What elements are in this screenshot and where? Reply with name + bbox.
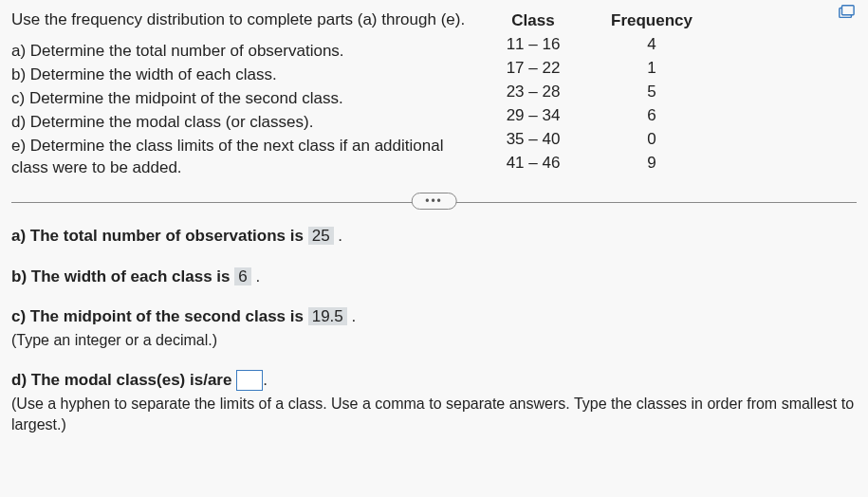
class-cell: 35 – 40 <box>486 128 581 152</box>
class-cell: 41 – 46 <box>486 152 581 175</box>
answer-b-value: 6 <box>234 267 250 285</box>
popup-icon[interactable] <box>836 4 857 21</box>
answer-c-post: . <box>347 307 356 325</box>
freq-cell: 5 <box>581 81 723 104</box>
answer-a: a) The total number of observations is 2… <box>11 226 857 248</box>
svg-rect-1 <box>842 6 855 15</box>
part-a-prompt: a) Determine the total number of observa… <box>11 41 467 63</box>
answer-d-text: d) The modal class(es) is/are <box>11 371 236 389</box>
answer-d-hint: (Use a hyphen to separate the limits of … <box>11 394 857 434</box>
freq-cell: 1 <box>581 57 723 81</box>
answer-d-post: . <box>263 371 268 389</box>
answer-b-text: b) The width of each class is <box>11 267 234 285</box>
answer-c-text: c) The midpoint of the second class is <box>11 307 308 325</box>
class-cell: 11 – 16 <box>486 33 581 57</box>
answer-b-post: . <box>251 267 260 285</box>
freq-cell: 6 <box>581 104 723 128</box>
part-e-prompt: e) Determine the class limits of the nex… <box>11 136 467 179</box>
part-c-prompt: c) Determine the midpoint of the second … <box>11 88 467 110</box>
table-row: 11 – 164 <box>486 33 723 57</box>
answer-c: c) The midpoint of the second class is 1… <box>11 306 857 351</box>
answer-c-value: 19.5 <box>308 307 347 325</box>
freq-cell: 4 <box>581 33 723 57</box>
table-header-class: Class <box>486 9 581 33</box>
table-header-frequency: Frequency <box>581 9 723 33</box>
question-intro: Use the frequency distribution to comple… <box>11 9 467 31</box>
answer-a-value: 25 <box>308 227 334 245</box>
table-row: 17 – 221 <box>486 57 723 81</box>
table-row: 41 – 469 <box>486 152 723 175</box>
class-cell: 17 – 22 <box>486 57 581 81</box>
class-cell: 23 – 28 <box>486 81 581 104</box>
part-d-prompt: d) Determine the modal class (or classes… <box>11 112 467 134</box>
table-row: 23 – 285 <box>486 81 723 104</box>
frequency-table: Class Frequency 11 – 164 17 – 221 23 – 2… <box>486 9 723 175</box>
answer-d: d) The modal class(es) is/are . (Use a h… <box>11 370 857 434</box>
expand-button[interactable]: ••• <box>411 193 457 210</box>
answer-a-post: . <box>334 227 342 245</box>
answer-d-input[interactable] <box>236 370 263 391</box>
part-b-prompt: b) Determine the width of each class. <box>11 64 467 86</box>
class-cell: 29 – 34 <box>486 104 581 128</box>
answer-b: b) The width of each class is 6 . <box>11 267 857 288</box>
table-row: 29 – 346 <box>486 104 723 128</box>
answer-c-hint: (Type an integer or a decimal.) <box>11 330 857 351</box>
answer-a-text: a) The total number of observations is <box>11 227 308 245</box>
freq-cell: 0 <box>581 128 723 152</box>
table-row: 35 – 400 <box>486 128 723 152</box>
freq-cell: 9 <box>581 152 723 175</box>
